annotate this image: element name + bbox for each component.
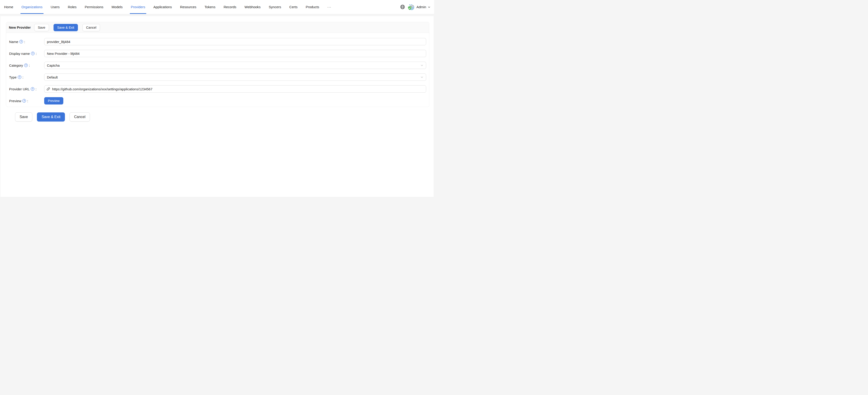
form-row-preview: Preview ? : Preview	[9, 97, 426, 104]
help-icon[interactable]: ?	[18, 75, 22, 79]
provider-url-label: Provider URL ? :	[9, 87, 44, 91]
user-name[interactable]: Admin	[416, 5, 426, 9]
form-row-type: Type ? : Default	[9, 73, 426, 81]
type-select[interactable]: Default	[44, 73, 426, 81]
form-row-provider-url: Provider URL ? :	[9, 85, 426, 93]
nav-item-providers[interactable]: Providers	[127, 0, 149, 14]
provider-form-panel: New Provider Save Save & Exit Cancel Nam…	[6, 22, 429, 107]
nav-item-users[interactable]: Users	[47, 0, 64, 14]
category-label: Category ? :	[9, 64, 44, 67]
nav-item-resources[interactable]: Resources	[176, 0, 200, 14]
name-input[interactable]	[44, 38, 426, 45]
panel-body: Name ? : Display name ? :	[6, 33, 429, 107]
category-selected-value: Captcha	[47, 64, 60, 67]
name-label: Name ? :	[9, 40, 44, 44]
nav-item-home[interactable]: Home	[0, 0, 17, 14]
page-title: New Provider	[9, 26, 31, 29]
nav-menu: Home Organizations Users Roles Permissio…	[0, 0, 335, 14]
nav-overflow-ellipsis[interactable]: ···	[323, 0, 335, 14]
chevron-down-icon	[421, 76, 424, 79]
type-selected-value: Default	[47, 75, 58, 79]
nav-item-webhooks[interactable]: Webhooks	[241, 0, 265, 14]
language-globe-icon[interactable]	[400, 4, 405, 9]
top-nav: Home Organizations Users Roles Permissio…	[0, 0, 434, 14]
nav-item-records[interactable]: Records	[220, 0, 241, 14]
preview-label: Preview ? :	[9, 99, 44, 103]
cancel-button-bottom[interactable]: Cancel	[69, 112, 90, 122]
preview-button[interactable]: Preview	[44, 97, 63, 104]
nav-item-models[interactable]: Models	[107, 0, 127, 14]
help-icon[interactable]: ?	[31, 87, 34, 91]
panel-header: New Provider Save Save & Exit Cancel	[6, 22, 429, 33]
nav-item-permissions[interactable]: Permissions	[81, 0, 107, 14]
avatar[interactable]	[408, 4, 415, 10]
form-row-display-name: Display name ? :	[9, 50, 426, 57]
save-button-top[interactable]: Save	[34, 24, 49, 31]
provider-url-input[interactable]	[44, 85, 426, 93]
nav-item-products[interactable]: Products	[302, 0, 323, 14]
nav-right-cluster: Admin	[400, 0, 434, 14]
nav-item-tokens[interactable]: Tokens	[200, 0, 220, 14]
form-row-name: Name ? :	[9, 38, 426, 45]
nav-item-applications[interactable]: Applications	[149, 0, 176, 14]
type-label: Type ? :	[9, 75, 44, 79]
provider-new-page: { "colors": { "accent": "#3b74d9", "page…	[0, 0, 434, 197]
chevron-down-icon	[421, 64, 424, 67]
nav-item-organizations[interactable]: Organizations	[17, 0, 47, 14]
category-select[interactable]: Captcha	[44, 62, 426, 69]
save-button-bottom[interactable]: Save	[15, 112, 32, 122]
nav-item-syncers[interactable]: Syncers	[265, 0, 285, 14]
help-icon[interactable]: ?	[24, 64, 28, 67]
cancel-button-top[interactable]: Cancel	[83, 24, 100, 31]
display-name-label: Display name ? :	[9, 52, 44, 56]
nav-item-certs[interactable]: Certs	[285, 0, 302, 14]
help-icon[interactable]: ?	[19, 40, 23, 43]
form-row-category: Category ? : Captcha	[9, 62, 426, 69]
footer-actions: Save Save & Exit Cancel	[15, 112, 90, 122]
content-sheet: New Provider Save Save & Exit Cancel Nam…	[0, 16, 434, 197]
display-name-input[interactable]	[44, 50, 426, 57]
chevron-down-icon	[428, 6, 431, 8]
help-icon[interactable]: ?	[22, 99, 26, 103]
save-exit-button-top[interactable]: Save & Exit	[54, 24, 78, 31]
nav-item-roles[interactable]: Roles	[64, 0, 81, 14]
user-menu[interactable]: Admin	[408, 4, 431, 10]
save-exit-button-bottom[interactable]: Save & Exit	[37, 112, 65, 122]
help-icon[interactable]: ?	[31, 52, 35, 55]
